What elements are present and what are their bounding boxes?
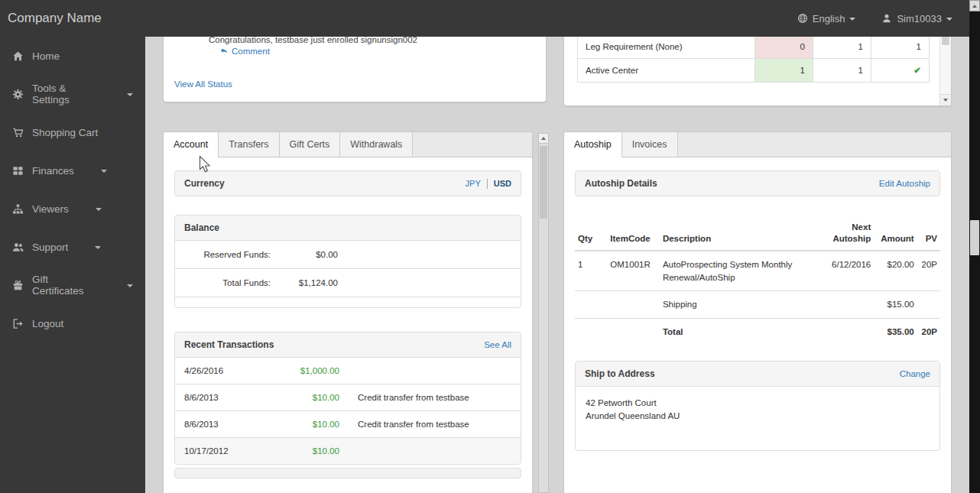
sidebar-item-tools-settings[interactable]: Tools & Settings xyxy=(0,75,145,113)
shipping-label: Shipping xyxy=(660,291,823,319)
requirements-table: Leg Requirement (None) 0 1 1 Active Cent… xyxy=(577,37,930,83)
sidebar-item-label: Gift Certificates xyxy=(32,274,100,297)
sidebar-item-finances[interactable]: Finances xyxy=(0,151,145,190)
transaction-date: 8/6/2013 xyxy=(184,393,249,402)
topbar-right: English Sim10033 xyxy=(797,13,952,24)
logout-icon xyxy=(12,318,24,329)
tab-transfers[interactable]: Transfers xyxy=(219,132,279,157)
autoship-details-title: Autoship Details xyxy=(585,178,657,189)
balance-title: Balance xyxy=(184,222,219,233)
autoship-item-row: 1 OM1001R AutoProspecting System Monthly… xyxy=(575,251,940,291)
item-qty: 1 xyxy=(575,251,607,291)
sidebar-item-label: Finances xyxy=(32,165,74,177)
scrollbar-thumb[interactable] xyxy=(970,220,979,255)
balance-label: Reserved Funds: xyxy=(175,250,271,259)
transaction-description: Credit transfer from testbase xyxy=(358,420,469,429)
sidebar-item-logout[interactable]: Logout xyxy=(0,304,145,342)
recent-transactions-box: Recent Transactions See All 4/26/2016 $1… xyxy=(174,332,521,465)
ship-to-box: Ship to Address Change 42 Petworth Court… xyxy=(575,361,940,452)
autoship-tabstrip: Autoship Invoices xyxy=(564,132,951,157)
table-row: Active Center 1 1 ✔ xyxy=(578,59,930,83)
chevron-down-icon xyxy=(95,246,101,249)
change-address-link[interactable]: Change xyxy=(900,369,930,378)
autoship-table: Qty ItemCode Description Next Autoship A… xyxy=(575,219,940,345)
tab-account[interactable]: Account xyxy=(164,132,219,157)
support-icon xyxy=(12,242,24,253)
col-qty: Qty xyxy=(575,219,607,251)
chevron-down-icon xyxy=(101,170,107,173)
tab-autoship[interactable]: Autoship xyxy=(564,132,622,157)
account-tabstrip: Account Transfers Gift Certs Withdrawals xyxy=(164,132,532,157)
sidebar-item-viewers[interactable]: Viewers xyxy=(0,190,145,228)
scroll-up-button[interactable] xyxy=(539,134,548,144)
edit-autoship-link[interactable]: Edit Autoship xyxy=(879,179,930,188)
scroll-down-button[interactable] xyxy=(940,94,951,105)
brand-title: Company Name xyxy=(8,11,102,26)
balance-header: Balance xyxy=(175,216,521,241)
sidebar-item-label: Logout xyxy=(32,318,63,329)
scrollbar-thumb[interactable] xyxy=(942,37,949,45)
topbar: Company Name English Sim10033 xyxy=(0,0,969,37)
ship-to-title: Ship to Address xyxy=(585,368,655,379)
view-all-status-link[interactable]: View All Status xyxy=(174,79,232,89)
comment-link[interactable]: Comment xyxy=(219,47,270,56)
autoship-panel: Autoship Invoices Autoship Details Edit … xyxy=(563,131,952,493)
transaction-amount: $10.00 xyxy=(249,420,339,429)
sidebar-item-label: Tools & Settings xyxy=(32,83,100,105)
finances-icon xyxy=(12,165,24,177)
transaction-description: Credit transfer from testbase xyxy=(358,393,469,402)
chevron-down-icon xyxy=(849,18,855,21)
currency-title: Currency xyxy=(184,178,225,189)
currency-option-jpy[interactable]: JPY xyxy=(466,179,481,188)
triangle-down-icon xyxy=(943,99,948,102)
reply-icon xyxy=(219,47,229,56)
status-feed-panel: Congratulations, testbase just enrolled … xyxy=(163,37,547,102)
panel-scrollbar[interactable] xyxy=(939,37,951,105)
window-scrollbar[interactable] xyxy=(969,0,980,493)
address-line: Arundel Queensland AU xyxy=(586,410,930,423)
col-next-autoship: Next Autoship xyxy=(823,219,875,251)
tab-withdrawals[interactable]: Withdrawals xyxy=(340,132,413,157)
transaction-date: 4/26/2016 xyxy=(184,366,249,375)
table-row: Leg Requirement (None) 0 1 1 xyxy=(578,37,930,59)
item-code: OM1001R xyxy=(607,251,660,291)
item-amount: $20.00 xyxy=(874,251,917,291)
see-all-link[interactable]: See All xyxy=(484,340,511,349)
tab-gift-certs[interactable]: Gift Certs xyxy=(280,132,341,157)
scroll-up-button[interactable] xyxy=(969,0,980,11)
account-panel-body: Currency JPY USD Balance Reserved Funds:… xyxy=(164,157,532,489)
sidebar-item-shopping-cart[interactable]: Shopping Cart xyxy=(0,113,145,151)
table-header-row: Qty ItemCode Description Next Autoship A… xyxy=(575,219,940,251)
language-menu[interactable]: English xyxy=(797,13,856,24)
autoship-details-bar: Autoship Details Edit Autoship xyxy=(575,170,940,196)
ship-to-header: Ship to Address Change xyxy=(576,362,939,387)
balance-row: Reserved Funds: $0.00 xyxy=(175,241,521,269)
gift-icon xyxy=(12,280,24,291)
comment-label: Comment xyxy=(232,47,270,56)
transaction-row: 10/17/2012 $10.00 xyxy=(175,438,521,464)
chevron-down-icon xyxy=(96,208,102,211)
transaction-date: 8/6/2013 xyxy=(184,420,249,429)
sidebar-item-label: Shopping Cart xyxy=(32,127,98,138)
scrollbar-thumb[interactable] xyxy=(540,146,547,219)
balance-value: $1,124.00 xyxy=(271,278,338,287)
content-scrollbar[interactable] xyxy=(538,133,549,493)
currency-option-usd[interactable]: USD xyxy=(494,179,511,188)
currency-separator xyxy=(487,179,488,189)
balance-box: Balance Reserved Funds: $0.00 Total Fund… xyxy=(174,215,521,308)
sidebar-item-gift-certificates[interactable]: Gift Certificates xyxy=(0,266,145,304)
user-menu[interactable]: Sim10033 xyxy=(881,13,952,24)
tab-invoices[interactable]: Invoices xyxy=(622,132,678,157)
requirement-label: Active Center xyxy=(578,59,755,83)
transactions-header: Recent Transactions See All xyxy=(175,332,521,358)
sidebar-item-home[interactable]: Home xyxy=(0,37,145,75)
panel-footer-bar xyxy=(174,468,521,478)
sidebar-item-support[interactable]: Support xyxy=(0,228,145,266)
currency-header-bar: Currency JPY USD xyxy=(174,170,521,196)
language-label: English xyxy=(813,13,845,24)
account-panel: Account Transfers Gift Certs Withdrawals… xyxy=(163,131,533,493)
user-icon xyxy=(881,13,892,24)
transaction-amount: $10.00 xyxy=(249,393,339,402)
transaction-row: 4/26/2016 $1,000.00 xyxy=(175,358,521,384)
requirement-value: 1 xyxy=(813,59,871,83)
